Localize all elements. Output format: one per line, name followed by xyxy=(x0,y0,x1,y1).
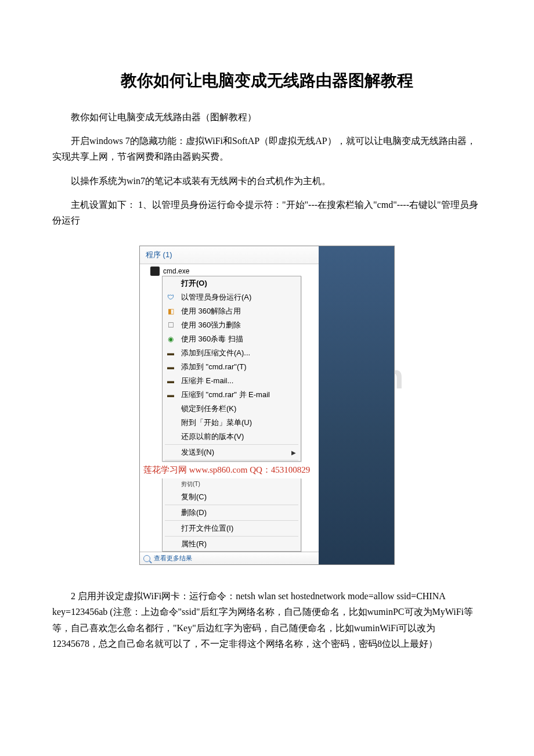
archive-icon: ▬ xyxy=(166,376,175,386)
menu-cut-hint[interactable]: 剪切(T) xyxy=(163,478,301,490)
menu-add-archive[interactable]: ▬ 添加到压缩文件(A)... xyxy=(163,346,301,360)
menu-360-scan[interactable]: ◉ 使用 360杀毒 扫描 xyxy=(163,332,301,346)
paragraph-intro: 教你如何让电脑变成无线路由器（图解教程） xyxy=(52,109,482,125)
menu-zip-cmdrar-email[interactable]: ▬ 压缩到 "cmd.rar" 并 E-mail xyxy=(163,388,301,402)
menu-pin-taskbar[interactable]: 锁定到任务栏(K) xyxy=(163,402,301,416)
cmd-icon xyxy=(150,267,160,276)
paragraph-feature: 开启windows 7的隐藏功能：虚拟WiFi和SoftAP（即虚拟无线AP），… xyxy=(52,133,482,164)
context-menu: 打开(O) 🛡 以管理员身份运行(A) ◧ 使用 360解除占用 ☐ 使用 36… xyxy=(162,276,301,462)
document-title: 教你如何让电脑变成无线路由器图解教程 xyxy=(52,70,482,92)
search-more-results[interactable]: 查看更多结果 xyxy=(140,552,319,564)
menu-properties[interactable]: 属性(R) xyxy=(163,537,301,551)
lock-icon: ◧ xyxy=(166,307,175,316)
search-icon xyxy=(143,555,150,562)
document-page: 教你如何让电脑变成无线路由器图解教程 教你如何让电脑变成无线路由器（图解教程） … xyxy=(0,0,534,683)
menu-divider xyxy=(165,505,298,505)
archive-icon: ▬ xyxy=(166,362,175,372)
delete-icon: ☐ xyxy=(166,321,175,330)
menu-add-cmdrar[interactable]: ▬ 添加到 "cmd.rar"(T) xyxy=(163,360,301,374)
start-menu-screenshot: www.bdocx.com 程序 (1) cmd.exe 打开(O) 🛡 以管理… xyxy=(139,246,395,565)
embedded-screenshot: www.bdocx.com 程序 (1) cmd.exe 打开(O) 🛡 以管理… xyxy=(52,246,482,565)
programs-header: 程序 (1) xyxy=(140,246,319,264)
scan-icon: ◉ xyxy=(166,334,175,344)
menu-divider xyxy=(165,460,298,460)
website-overlay: 莲花学习网 www.sp860.com QQ：453100829 xyxy=(140,462,319,478)
menu-divider xyxy=(165,536,298,537)
menu-divider xyxy=(165,444,298,445)
menu-restore-prev[interactable]: 还原以前的版本(V) xyxy=(163,430,301,444)
paragraph-host: 以操作系统为win7的笔记本或装有无线网卡的台式机作为主机。 xyxy=(52,173,482,189)
menu-open-location[interactable]: 打开文件位置(I) xyxy=(163,521,301,535)
menu-divider xyxy=(165,520,298,521)
shield-icon: 🛡 xyxy=(166,293,175,302)
context-menu-lower: 剪切(T) 复制(C) 删除(D) 打开文件位置(I) 属性( xyxy=(162,478,301,552)
start-menu-right-panel xyxy=(317,246,394,564)
paragraph-step1: 主机设置如下： 1、以管理员身份运行命令提示符："开始"---在搜索栏输入"cm… xyxy=(52,197,482,228)
search-more-label: 查看更多结果 xyxy=(154,554,192,563)
archive-icon: ▬ xyxy=(166,348,175,358)
menu-copy[interactable]: 复制(C) xyxy=(163,490,301,504)
menu-delete[interactable]: 删除(D) xyxy=(163,506,301,520)
menu-zip-email[interactable]: ▬ 压缩并 E-mail... xyxy=(163,374,301,388)
menu-360-delete[interactable]: ☐ 使用 360强力删除 xyxy=(163,318,301,332)
menu-send-to[interactable]: 发送到(N) ▶ xyxy=(163,445,301,459)
paragraph-step2: 2 启用并设定虚拟WiFi网卡：运行命令：netsh wlan set host… xyxy=(52,588,482,651)
program-label: cmd.exe xyxy=(163,267,189,275)
menu-pin-start[interactable]: 附到「开始」菜单(U) xyxy=(163,416,301,430)
archive-icon: ▬ xyxy=(166,390,175,399)
menu-run-as-admin[interactable]: 🛡 以管理员身份运行(A) xyxy=(163,290,301,304)
menu-open[interactable]: 打开(O) xyxy=(163,276,301,290)
arrow-right-icon: ▶ xyxy=(291,449,296,456)
menu-360-unlock[interactable]: ◧ 使用 360解除占用 xyxy=(163,304,301,318)
program-item-cmd[interactable]: cmd.exe xyxy=(140,264,319,276)
